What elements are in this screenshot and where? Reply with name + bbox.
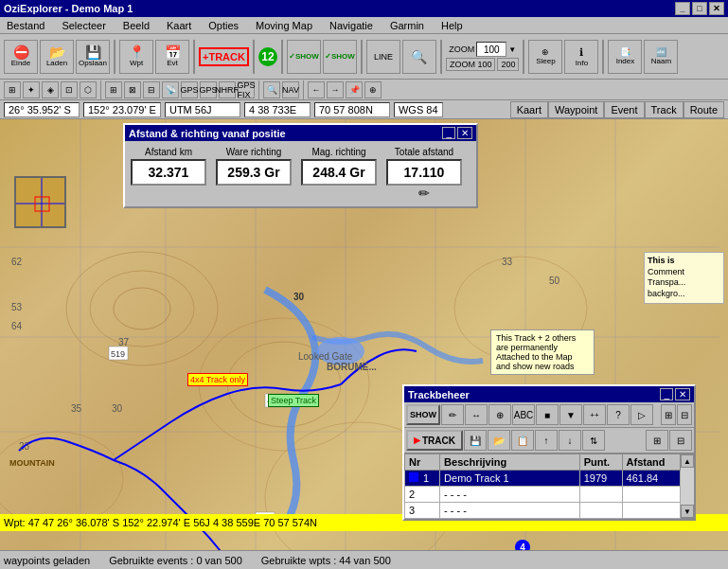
- tb-extra-btn1[interactable]: ⊞: [646, 430, 668, 451]
- btn-show1[interactable]: ✓SHOW: [287, 40, 321, 74]
- tb-close-btn[interactable]: ✕: [675, 388, 690, 400]
- panel-close-btn[interactable]: ✕: [457, 127, 472, 139]
- tb2-btn17[interactable]: →: [327, 81, 344, 98]
- tb2-btn8[interactable]: ⊟: [143, 81, 160, 98]
- tb2-btn19[interactable]: ⊕: [364, 81, 382, 98]
- menu-selecteer[interactable]: Selecteer: [59, 19, 108, 32]
- tab-kaart[interactable]: Kaart: [510, 101, 548, 118]
- zoom-input[interactable]: [476, 42, 506, 57]
- tb2-btn2[interactable]: ✦: [23, 81, 40, 98]
- btn-laden[interactable]: 📂 Laden: [40, 40, 74, 74]
- menu-bestand[interactable]: Bestand: [4, 19, 47, 32]
- tb-btn-square[interactable]: ■: [536, 404, 559, 425]
- tb-down-btn[interactable]: ↓: [559, 430, 581, 451]
- tb-btn-extra[interactable]: ⊞: [661, 404, 676, 425]
- menu-opties[interactable]: Opties: [205, 19, 241, 32]
- menu-help[interactable]: Help: [438, 19, 466, 32]
- afstand-panel: Afstand & richting vanaf positie _ ✕ Afs…: [123, 123, 478, 208]
- map-area[interactable]: 519 -577 630 784 Afstand & richting vana…: [0, 119, 728, 550]
- tb2-btn18[interactable]: 📌: [346, 81, 363, 98]
- tb2-btn10[interactable]: GPS: [181, 81, 198, 98]
- btn-einde[interactable]: ⛔ Einde: [4, 40, 38, 74]
- table-row[interactable]: 1 Demo Track 1 1979 461.84: [405, 471, 681, 487]
- tb2-btn13[interactable]: GPS FIX: [238, 81, 255, 98]
- tb2-btn9[interactable]: 📡: [162, 81, 179, 98]
- menu-garmin[interactable]: Garmin: [387, 19, 427, 32]
- tab-track[interactable]: Track: [645, 101, 684, 118]
- btn-opslaan[interactable]: 💾 Opslaan: [76, 40, 110, 74]
- btn-show2[interactable]: ✓SHOW: [323, 40, 357, 74]
- col-beschrijving: Beschrijving: [440, 454, 580, 471]
- btn-search[interactable]: 🔍: [402, 40, 436, 74]
- tb-extra-btn2[interactable]: ⊟: [669, 430, 692, 451]
- btn-wpt[interactable]: 📍 Wpt: [119, 40, 153, 74]
- table-row[interactable]: 2 - - - -: [405, 487, 681, 503]
- tb2-btn6[interactable]: ⊞: [105, 81, 122, 98]
- table-row[interactable]: 3 - - - -: [405, 503, 681, 519]
- wpt-icon: 📍: [129, 45, 145, 59]
- title-bar: OziExplorer - Demo Map 1 _ □ ✕: [0, 0, 728, 17]
- tb-btn-down[interactable]: ▼: [559, 404, 582, 425]
- zoom-out-btn[interactable]: 200: [497, 58, 519, 71]
- tb-up-btn[interactable]: ↑: [535, 430, 558, 451]
- zoom-row: ZOOM ▼: [449, 42, 516, 57]
- menu-kaart[interactable]: Kaart: [164, 19, 194, 32]
- zoom-dropdown-arrow[interactable]: ▼: [508, 45, 516, 54]
- waypoint-4: 4: [515, 540, 530, 550]
- btn-index[interactable]: 📑 Index: [608, 40, 642, 74]
- tb-open-btn[interactable]: 📂: [488, 430, 510, 451]
- tb-btn-play[interactable]: ▷: [630, 404, 653, 425]
- status-wpts: Gebruikte wpts : 44 van 500: [261, 555, 391, 566]
- btn-evt[interactable]: 📅 Evt: [155, 40, 189, 74]
- scroll-down-btn[interactable]: ▼: [681, 505, 694, 518]
- tb2-btn7[interactable]: ⊠: [124, 81, 141, 98]
- tb2-btn1[interactable]: ⊞: [4, 81, 21, 98]
- col-afstand: Afstand: [622, 454, 680, 471]
- tb-btn-arrow[interactable]: ↔: [465, 404, 488, 425]
- tb2-btn12[interactable]: NHRR: [219, 81, 236, 98]
- tb2-btn5[interactable]: ⬡: [80, 81, 97, 98]
- btn-track[interactable]: +TRACK: [199, 47, 249, 66]
- tb-btn-abc[interactable]: ABC: [512, 404, 535, 425]
- minimize-btn[interactable]: _: [675, 2, 690, 15]
- map-thumbnail[interactable]: [14, 176, 66, 228]
- tb-save-btn[interactable]: 💾: [464, 430, 487, 451]
- tb-show-btn[interactable]: SHOW: [406, 404, 440, 425]
- tab-event[interactable]: Event: [604, 101, 644, 118]
- tab-waypoint[interactable]: Waypoint: [548, 101, 604, 118]
- tb2-btn14[interactable]: 🔍: [263, 81, 280, 98]
- tb-btn-question[interactable]: ?: [607, 404, 630, 425]
- tb2-btn15[interactable]: NAV: [282, 81, 299, 98]
- menu-navigatie[interactable]: Navigatie: [327, 19, 376, 32]
- menu-beeld[interactable]: Beeld: [120, 19, 152, 32]
- scroll-up-btn[interactable]: ▲: [681, 454, 694, 468]
- maximize-btn[interactable]: □: [692, 2, 707, 15]
- status-bar: waypoints geladen Gebruikte events : 0 v…: [0, 550, 728, 569]
- mapnum-33a: 33: [502, 257, 512, 267]
- tb-btn-extra2[interactable]: ⊟: [677, 404, 692, 425]
- btn-naam[interactable]: 🔤 Naam: [644, 40, 678, 74]
- window-controls[interactable]: _ □ ✕: [675, 2, 724, 15]
- tb-track-main-btn[interactable]: ▶ TRACK: [406, 430, 463, 451]
- tb-btn-split[interactable]: ⊕: [488, 404, 511, 425]
- btn-sleep[interactable]: ⊕ Sleep: [528, 40, 562, 74]
- scroll-track[interactable]: [681, 468, 694, 505]
- panel-minimize-btn[interactable]: _: [442, 127, 455, 139]
- tb2-btn3[interactable]: ◈: [42, 81, 59, 98]
- menu-movingmap[interactable]: Moving Map: [253, 19, 315, 32]
- tb-panel-controls: _ ✕: [660, 388, 690, 400]
- zoom-in-btn[interactable]: ZOOM 100: [446, 58, 496, 71]
- tb-swap-btn[interactable]: ⇅: [582, 430, 605, 451]
- tb-btn-pen[interactable]: ✏: [441, 404, 464, 425]
- tb2-btn16[interactable]: ←: [308, 81, 325, 98]
- tb-copy-btn[interactable]: 📋: [511, 430, 534, 451]
- track-scrollbar[interactable]: ▲ ▼: [681, 453, 694, 519]
- tb-minimize-btn[interactable]: _: [660, 388, 673, 400]
- tab-route[interactable]: Route: [684, 101, 724, 118]
- tb2-btn4[interactable]: ⊡: [61, 81, 78, 98]
- edit-icon[interactable]: ✏: [418, 186, 430, 201]
- btn-line[interactable]: LINE: [366, 40, 400, 74]
- btn-info[interactable]: ℹ Info: [564, 40, 598, 74]
- tb-btn-plus[interactable]: ++: [583, 404, 606, 425]
- close-btn[interactable]: ✕: [709, 2, 724, 15]
